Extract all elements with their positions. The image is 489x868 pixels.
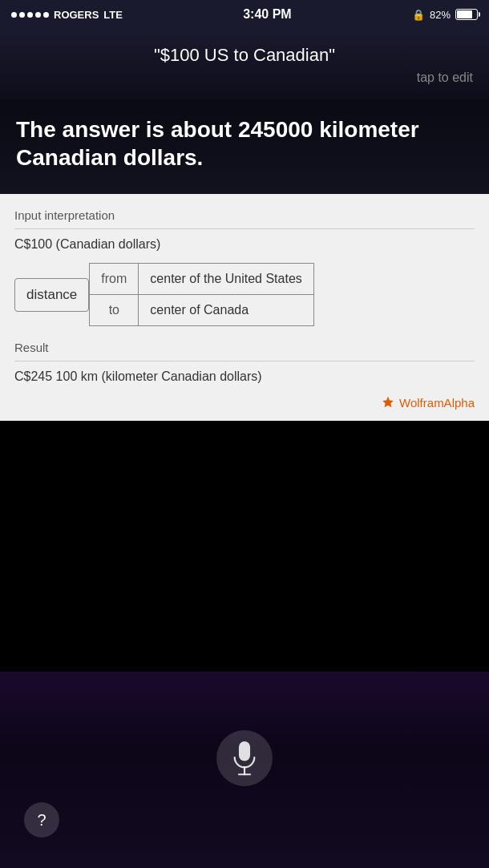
input-value-label: C$100 (Canadian dollars): [14, 237, 475, 252]
interpretation-table: from center of the United States to cent…: [89, 263, 313, 326]
result-section-title: Result: [14, 341, 475, 354]
wolfram-text-label: WolframAlpha: [399, 396, 475, 410]
from-label: from: [90, 264, 139, 295]
query-text: "$100 US to Canadian": [16, 45, 473, 66]
table-row: from center of the United States: [90, 264, 313, 295]
to-value: center of Canada: [139, 295, 313, 326]
time-label: 3:40 PM: [243, 7, 291, 22]
carrier-label: ROGERS: [54, 9, 99, 21]
table-row: to center of Canada: [90, 295, 313, 326]
signal-dots: [11, 12, 49, 18]
card-divider-top: [14, 228, 475, 229]
mic-button[interactable]: [216, 730, 273, 786]
input-interpretation-title: Input interpretation: [14, 208, 475, 222]
battery-percent-label: 82%: [430, 9, 451, 21]
siri-bottom-area: ?: [0, 672, 489, 868]
signal-dot-5: [43, 12, 49, 18]
tap-to-edit-label[interactable]: tap to edit: [16, 71, 473, 85]
signal-dot-1: [11, 12, 17, 18]
answer-text: The answer is about 245000 kilometer Can…: [16, 115, 473, 172]
lock-icon: 🔒: [412, 9, 425, 21]
siri-answer-area: The answer is about 245000 kilometer Can…: [0, 99, 489, 194]
wolfram-card: Input interpretation C$100 (Canadian dol…: [0, 194, 489, 421]
svg-rect-0: [239, 741, 250, 761]
result-value-label: C$245 100 km (kilometer Canadian dollars…: [14, 369, 475, 384]
to-label: to: [90, 295, 139, 326]
status-left: ROGERS LTE: [11, 9, 123, 21]
signal-dot-2: [19, 12, 25, 18]
signal-dot-4: [35, 12, 41, 18]
help-button[interactable]: ?: [24, 802, 59, 838]
wolfram-branding: WolframAlpha: [14, 395, 475, 410]
from-value: center of the United States: [139, 264, 313, 295]
mic-icon: [230, 741, 259, 776]
battery-icon: [455, 9, 478, 20]
siri-query-area[interactable]: "$100 US to Canadian" tap to edit: [0, 29, 489, 99]
network-type-label: LTE: [103, 9, 123, 21]
interpretation-wrapper: distance from center of the United State…: [14, 263, 475, 326]
wolfram-logo-icon: [381, 395, 395, 410]
result-divider: [14, 361, 475, 361]
page: ROGERS LTE 3:40 PM 🔒 82% "$100 US to Can…: [0, 0, 489, 868]
distance-label-box: distance: [14, 278, 89, 312]
signal-dot-3: [27, 12, 33, 18]
status-bar: ROGERS LTE 3:40 PM 🔒 82%: [0, 0, 489, 29]
status-right: 🔒 82%: [412, 9, 478, 21]
